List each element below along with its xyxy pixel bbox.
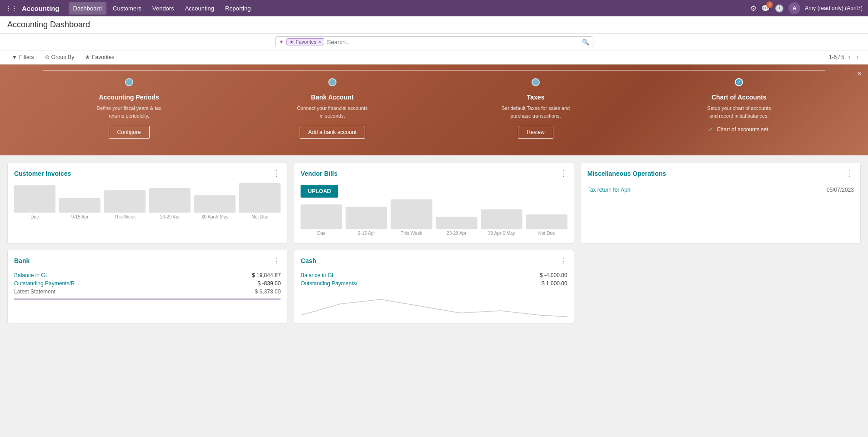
steps-container: Accounting Periods Define your fiscal ye…: [27, 78, 841, 139]
cash-balance-gl-value: $ -4,000.00: [540, 272, 567, 278]
bar-label: 9-15 Apr: [71, 214, 89, 219]
bar-label: This Week: [401, 231, 422, 236]
customer-invoices-body: Due9-15 AprThis Week23-29 Apr30 Apr-6 Ma…: [8, 181, 287, 227]
prev-page-button[interactable]: ‹: [846, 53, 853, 61]
step-desc-taxes: Set default Taxes for sales and purchase…: [499, 104, 572, 119]
empty-cell: [581, 250, 861, 323]
bar: [526, 214, 567, 229]
settings-icon[interactable]: ⚙: [750, 4, 757, 13]
bar-group[interactable]: 23-29 Apr: [149, 188, 191, 219]
bar-group[interactable]: 23-29 Apr: [436, 217, 477, 236]
step-title-bank-account: Bank Account: [311, 94, 354, 101]
bar-group[interactable]: 30 Apr-6 May: [481, 209, 522, 236]
filters-button[interactable]: ▼ Filters: [7, 52, 39, 62]
nav-vendors[interactable]: Vendors: [148, 2, 179, 15]
step-title-chart-of-accounts: Chart of Accounts: [712, 94, 767, 101]
bar-label: Not Due: [252, 214, 269, 219]
customer-invoices-header: Customer Invoices ⋮: [8, 163, 287, 181]
search-input[interactable]: [327, 39, 579, 45]
cash-line-chart: [301, 290, 567, 318]
misc-operations-header: Miscellaneous Operations ⋮: [581, 163, 860, 181]
customer-invoices-menu-button[interactable]: ⋮: [272, 169, 281, 179]
app-grid-icon[interactable]: ⋮⋮: [5, 5, 17, 12]
search-magnify-icon[interactable]: 🔍: [582, 39, 589, 45]
avatar[interactable]: A: [788, 2, 800, 14]
misc-operations-menu-button[interactable]: ⋮: [846, 169, 854, 179]
vendor-bills-header: Vendor Bills ⋮: [294, 163, 573, 181]
misc-operations-title: Miscellaneous Operations: [587, 170, 667, 177]
favorites-button[interactable]: ★ Favorites: [80, 52, 119, 62]
step-accounting-periods: Accounting Periods Define your fiscal ye…: [27, 78, 231, 139]
clock-icon[interactable]: 🕐: [775, 4, 784, 13]
misc-operations-card: Miscellaneous Operations ⋮ Tax return fo…: [581, 163, 861, 243]
misc-row-0: Tax return for April 05/07/2023: [587, 185, 854, 195]
step-desc-chart-of-accounts: Setup your chart of accounts and record …: [702, 104, 775, 119]
pagination-count: 1-5 / 5: [829, 54, 844, 60]
bar: [301, 204, 342, 229]
vendor-bills-body: UPLOAD Due9-15 AprThis Week23-29 Apr30 A…: [294, 181, 573, 243]
cash-card: Cash ⋮ Balance in GL $ -4,000.00 Outstan…: [294, 250, 574, 323]
nav-reporting[interactable]: Reporting: [221, 2, 255, 15]
bar: [436, 217, 477, 229]
cash-outstanding-label[interactable]: Outstanding Payments/...: [301, 280, 362, 287]
bar-group[interactable]: Not Due: [239, 183, 281, 219]
app-name: Accounting: [22, 5, 60, 12]
step-title-accounting-periods: Accounting Periods: [99, 94, 159, 101]
active-filter-tag[interactable]: ★ Favorites ×: [286, 38, 324, 45]
upload-button[interactable]: UPLOAD: [301, 185, 338, 198]
bank-latest-row: Latest Statement $ 6,378.00: [14, 288, 281, 295]
vendor-bills-menu-button[interactable]: ⋮: [559, 169, 567, 179]
chat-badge-count: 2: [766, 1, 773, 8]
tag-remove-icon[interactable]: ×: [318, 39, 321, 45]
step-chart-of-accounts: ✓ Chart of Accounts Setup your chart of …: [637, 78, 841, 133]
bar-group[interactable]: 30 Apr-6 May: [194, 195, 236, 219]
bar-group[interactable]: This Week: [391, 199, 432, 236]
chart-of-accounts-done-label: ✓ Chart of accounts set.: [708, 126, 770, 133]
filters-label: Filters: [19, 54, 34, 60]
bar: [239, 183, 281, 213]
bar-group[interactable]: This Week: [104, 190, 146, 219]
step-dot-taxes: [532, 78, 540, 86]
bank-outstanding-value: $ -839.00: [258, 280, 281, 287]
search-bar: ▼ ★ Favorites × 🔍: [0, 34, 868, 50]
bar-label: Due: [317, 231, 326, 236]
nav-icons-group: ⚙ 💬 2 🕐 A Amy (read only) (April7): [750, 2, 863, 14]
bank-menu-button[interactable]: ⋮: [272, 256, 281, 266]
bar-label: 23-29 Apr: [447, 231, 466, 236]
bar-label: Not Due: [538, 231, 555, 236]
cash-balance-gl-label[interactable]: Balance in GL: [301, 272, 335, 278]
next-page-button[interactable]: ›: [854, 53, 861, 61]
nav-customers[interactable]: Customers: [108, 2, 146, 15]
bar-group[interactable]: Due: [301, 204, 342, 236]
cash-outstanding-value: $ 1,000.00: [542, 280, 567, 287]
tag-filter-icon: ★: [290, 40, 294, 45]
group-by-button[interactable]: ⊜ Group By: [40, 52, 79, 62]
bank-latest-label: Latest Statement: [14, 288, 55, 295]
bar-group[interactable]: Not Due: [526, 214, 567, 236]
cash-balance-gl-row: Balance in GL $ -4,000.00: [301, 272, 567, 278]
close-banner-button[interactable]: ×: [857, 69, 862, 79]
bar: [14, 185, 55, 213]
bar-group[interactable]: 9-15 Apr: [59, 198, 100, 220]
bank-balance-gl-label[interactable]: Balance in GL: [14, 272, 48, 278]
bar-label: 23-29 Apr: [160, 214, 180, 219]
bar-group[interactable]: 9-15 Apr: [346, 207, 387, 236]
step-bank-account: Bank Account Connect your financial acco…: [231, 78, 434, 139]
nav-dashboard[interactable]: Dashboard: [69, 2, 107, 15]
misc-operations-body: Tax return for April 05/07/2023: [581, 181, 860, 200]
nav-accounting[interactable]: Accounting: [181, 2, 219, 15]
configure-button[interactable]: Configure: [109, 126, 150, 139]
bank-outstanding-label[interactable]: Outstanding Payments/R...: [14, 280, 79, 287]
bank-progress-bar: [14, 298, 281, 300]
sub-header: Accounting Dashboard: [0, 16, 868, 34]
bar: [481, 209, 522, 229]
step-dot-bank-account: [328, 78, 336, 86]
bar-group[interactable]: Due: [14, 185, 55, 219]
add-bank-account-button[interactable]: Add a bank account: [300, 126, 365, 139]
misc-date-0: 05/07/2023: [827, 187, 854, 193]
review-taxes-button[interactable]: Review: [518, 126, 553, 139]
favorites-star-icon: ★: [85, 54, 90, 60]
cash-menu-button[interactable]: ⋮: [559, 256, 567, 266]
chat-icon[interactable]: 💬 2: [761, 4, 770, 13]
misc-label-0[interactable]: Tax return for April: [587, 187, 632, 193]
